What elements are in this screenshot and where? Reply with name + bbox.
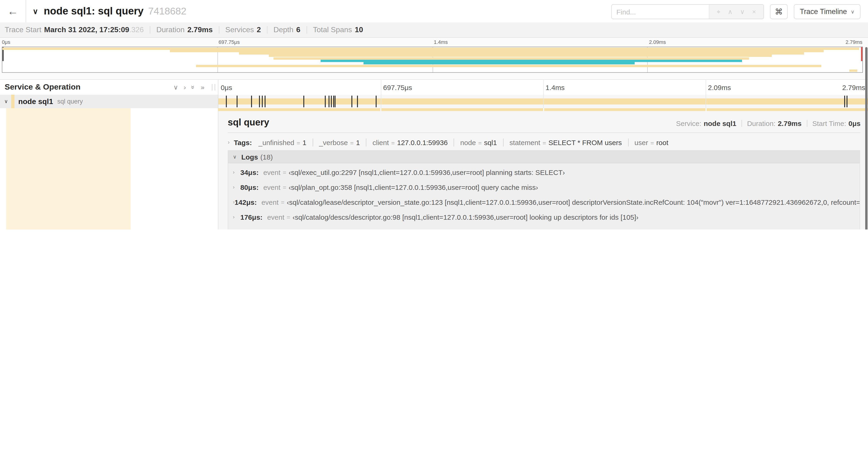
minimap-span-bar	[849, 69, 857, 72]
tags-chevron-right-icon: ›	[228, 139, 229, 145]
page-header: ← ∨ node sql1: sql query 7418682 ⌖ ∧ ∨ ×…	[0, 0, 868, 23]
tag-key: statement	[509, 138, 540, 146]
tag-equals: =	[650, 139, 654, 146]
expand-all-icon[interactable]: »	[201, 84, 205, 91]
ruler-label: 697.75μs	[383, 84, 412, 91]
locate-icon[interactable]: ⌖	[717, 8, 720, 15]
minimap-right-marker[interactable]	[861, 47, 862, 61]
trace-meta-bar: Trace StartMarch 31 2022, 17:25:09.326Du…	[0, 22, 868, 38]
tag-key: node	[460, 138, 476, 146]
minimap-span-bar	[320, 60, 742, 62]
span-row[interactable]: ∨ node sql1 sql query	[0, 95, 868, 108]
meta-item: Depth6	[274, 26, 300, 34]
minimap-axis-label: 2.09ms	[649, 39, 666, 45]
next-match-icon[interactable]: ∨	[740, 8, 745, 15]
tag-equals: =	[391, 139, 395, 146]
span-expander-chevron-down-icon[interactable]: ∨	[4, 98, 8, 104]
detail-info-value: node sql1	[704, 120, 736, 127]
detail-info-label: Duration:	[747, 120, 776, 127]
meta-value: 2	[257, 26, 261, 34]
log-marker-tick	[262, 96, 263, 107]
span-row-name-cell[interactable]: ∨ node sql1 sql query	[0, 95, 218, 108]
minimap-canvas[interactable]	[2, 47, 863, 73]
log-field-name: event	[261, 198, 278, 206]
logs-section: ∨ Logs (18) ›34μs:event=‹sql/exec_util.g…	[228, 150, 860, 230]
minimap-span-bar	[170, 50, 824, 52]
minimap-axis-label: 2.79ms	[846, 39, 862, 45]
expand-one-icon[interactable]: ›	[184, 84, 186, 91]
log-marker-tick	[265, 96, 266, 107]
minimap-span-bar	[273, 57, 749, 60]
span-row-track[interactable]	[218, 95, 868, 108]
log-field-name: event	[267, 213, 284, 221]
log-equals: =	[287, 214, 290, 220]
detail-info-value: 2.79ms	[778, 120, 802, 127]
column-resize-grip[interactable]	[212, 84, 215, 91]
timeline-gridline	[381, 95, 381, 108]
log-row[interactable]: ›189μs:event=‹sql/catalog/lease/descript…	[228, 224, 860, 230]
log-row[interactable]: ›176μs:event=‹sql/catalog/descs/descript…	[228, 209, 860, 224]
prev-match-icon[interactable]: ∧	[728, 8, 733, 15]
log-marker-tick	[237, 96, 238, 107]
tag-equals: =	[350, 139, 354, 146]
meta-separator	[306, 26, 307, 34]
minimap-span-bar	[2, 47, 859, 50]
child-span-bar[interactable]	[218, 108, 868, 111]
trace-expander-chevron-down-icon[interactable]: ∨	[33, 7, 38, 15]
keyboard-shortcuts-button[interactable]: ⌘	[770, 4, 788, 19]
log-value: ‹sql/plan_opt.go:358 [nsql1,client=127.0…	[289, 183, 538, 191]
log-field-name: event	[263, 168, 280, 176]
meta-separator	[150, 26, 150, 34]
detail-info-label: Service:	[676, 120, 701, 127]
command-icon: ⌘	[775, 7, 783, 17]
span-service-name: node sql1	[18, 97, 53, 106]
log-marker-tick	[331, 96, 332, 107]
find-input[interactable]	[612, 5, 709, 19]
log-row[interactable]: ›80μs:event=‹sql/plan_opt.go:358 [nsql1,…	[228, 179, 860, 195]
detail-info-separator	[807, 120, 807, 127]
log-marker-tick	[376, 96, 377, 107]
collapse-all-icon[interactable]: »	[190, 85, 197, 89]
tag-item: node=sql1	[460, 138, 497, 146]
minimap-axis-label: 697.75μs	[219, 39, 240, 45]
log-row[interactable]: ›142μs:event=‹sql/catalog/lease/descript…	[228, 195, 860, 209]
trace-title-group: ∨ node sql1: sql query 7418682	[33, 0, 186, 22]
log-field-name: event	[261, 228, 278, 230]
minimap-span-bar	[196, 65, 821, 67]
tag-item: statement=SELECT * FROM users	[509, 138, 622, 146]
logs-count: (18)	[260, 153, 273, 161]
log-row[interactable]: ›34μs:event=‹sql/exec_util.go:2297 [nsql…	[228, 165, 860, 179]
log-marker-tick	[251, 96, 252, 107]
tag-separator	[312, 138, 313, 146]
log-marker-tick	[846, 96, 847, 107]
tags-row[interactable]: › Tags: _unfinished=1_verbose=1client=12…	[228, 136, 668, 148]
header-controls: ⌖ ∧ ∨ × ⌘ Trace Timeline ∨	[611, 4, 861, 18]
view-selector-button[interactable]: Trace Timeline ∨	[794, 4, 861, 19]
timeline-gridline-gap	[543, 108, 544, 111]
clear-search-icon[interactable]: ×	[752, 8, 756, 15]
meta-label: Total Spans	[313, 26, 352, 34]
tag-value: 127.0.0.1:59936	[397, 138, 448, 146]
log-marker-tick	[226, 96, 227, 107]
page-scrollbar[interactable]	[865, 47, 868, 230]
service-color-stripe	[11, 95, 14, 108]
log-marker-tick	[352, 96, 352, 107]
detail-info-label: Start Time:	[812, 120, 846, 127]
back-button[interactable]: ←	[0, 0, 26, 22]
log-chevron-right-icon: ›	[233, 184, 240, 190]
logs-header[interactable]: ∨ Logs (18)	[228, 151, 860, 163]
log-timestamp: 142μs:	[235, 198, 257, 206]
log-equals: =	[283, 184, 286, 191]
chevron-down-icon: ∨	[851, 9, 855, 15]
meta-value: March 31 2022, 17:25:09	[44, 26, 129, 34]
log-timestamp: 34μs:	[240, 168, 258, 176]
timeline-gridline	[706, 80, 706, 95]
tag-value: 1	[356, 138, 360, 146]
tag-value: sql1	[484, 138, 497, 146]
span-detail-indent-band	[6, 108, 131, 230]
log-value: ‹sql/catalog/lease/descriptor_version_st…	[287, 198, 860, 206]
logs-title: Logs	[241, 153, 258, 161]
collapse-one-icon[interactable]: ∨	[174, 84, 178, 91]
log-marker-tick	[329, 96, 330, 107]
meta-item: Trace StartMarch 31 2022, 17:25:09.326	[5, 26, 144, 34]
